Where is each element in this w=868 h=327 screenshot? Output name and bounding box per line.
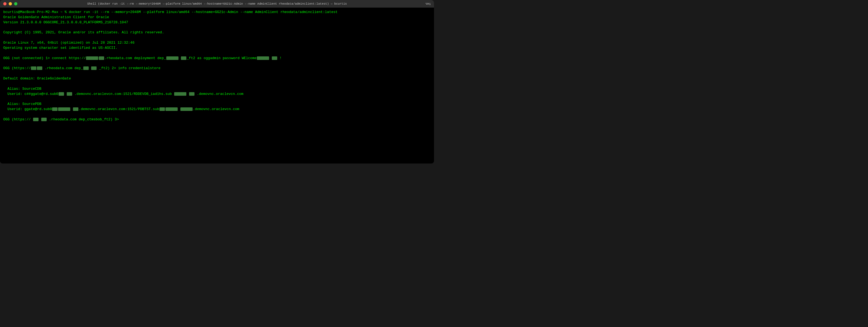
terminal-line: Userid: c##ggate@rd.sub0 .demovnc.oracle…: [3, 92, 431, 97]
redacted-block: [99, 56, 104, 60]
traffic-lights[interactable]: [3, 2, 18, 5]
redacted-block: [37, 66, 42, 70]
close-button[interactable]: [3, 2, 6, 5]
redacted-block: [165, 107, 178, 111]
terminal-line: Operating system character set identifie…: [3, 45, 431, 51]
redacted-block: [86, 56, 98, 60]
keyboard-shortcut: ⌥⌘1: [425, 2, 431, 6]
redacted-block: [59, 92, 64, 96]
redacted-block: [159, 107, 165, 111]
terminal-line: OGG (https:// .rheodata.com dep_ctmsbob_…: [3, 117, 431, 122]
terminal-window: Shell (docker run -it --rm --memory=2048…: [0, 0, 434, 164]
redacted-block: [180, 107, 193, 111]
redacted-block: [166, 56, 179, 60]
redacted-block: [67, 92, 72, 96]
window-title: Shell (docker run -it --rm --memory=2048…: [87, 2, 347, 5]
redacted-block: [31, 66, 36, 70]
minimize-button[interactable]: [9, 2, 12, 5]
redacted-block: [52, 107, 58, 111]
titlebar: Shell (docker run -it --rm --memory=2048…: [0, 0, 434, 8]
terminal-line: bcurtis@MacBook-Pro-M2-Max ~ % docker ru…: [3, 10, 431, 15]
terminal-line: Alias: SourcePDB: [3, 102, 431, 107]
redacted-block: [174, 92, 186, 96]
terminal-line: OGG (not connected) 1> connect https:// …: [3, 56, 431, 61]
redacted-block: [257, 56, 269, 60]
terminal-line: Oracle GoldenGate Administration Client …: [3, 15, 431, 20]
terminal-line: Alias: SourceCDB: [3, 87, 431, 92]
redacted-block: [73, 107, 79, 111]
terminal-line: Copyright (C) 1995, 2021, Oracle and/or …: [3, 30, 431, 35]
redacted-block: [33, 118, 38, 121]
redacted-block: [181, 56, 186, 60]
terminal-line: Default domain: OracleGoldenGate: [3, 76, 431, 81]
terminal-line: Userid: ggate@rd.sub0 .demovnc.oraclevcn…: [3, 107, 431, 112]
redacted-block: [58, 107, 70, 111]
terminal-line: OGG (https:// .rheodata.com dep_ _ft2) 2…: [3, 66, 431, 71]
terminal-line: Version 21.3.0.0.0 OGGCORE_21.3.0.0.0_PL…: [3, 20, 431, 25]
redacted-block: [83, 66, 89, 70]
redacted-block: [91, 66, 97, 70]
redacted-block: [41, 118, 46, 121]
redacted-block: [272, 56, 277, 60]
redacted-block: [189, 92, 194, 96]
terminal-line: Oracle Linux 7, x64, 64bit (optimized) o…: [3, 40, 431, 45]
terminal-content[interactable]: bcurtis@MacBook-Pro-M2-Max ~ % docker ru…: [0, 8, 434, 164]
maximize-button[interactable]: [14, 2, 18, 5]
